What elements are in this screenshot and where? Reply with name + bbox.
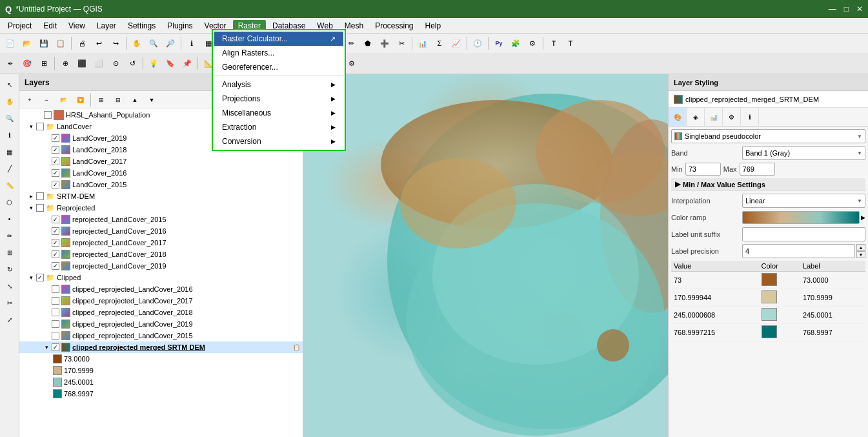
maximize-button[interactable]: □ [844,5,849,14]
precision-up-button[interactable]: ▲ [856,244,865,251]
min-input[interactable] [685,163,721,176]
layer-checkbox[interactable] [52,239,59,247]
color-swatch-icon[interactable] [762,308,777,321]
zoom-tool[interactable]: 🔍 [2,110,17,126]
new-project-button[interactable]: 📄 [3,36,18,51]
minmax-settings-header[interactable]: ▶ Min / Max Value Settings [671,178,865,191]
color-swatch-icon[interactable] [762,325,777,338]
menu-item-analysis[interactable]: Analysis ▶ [214,77,343,92]
layer-checkbox[interactable] [52,285,59,293]
list-item[interactable]: reprojected_LandCover_2017 [19,237,303,249]
color-cell[interactable] [759,289,800,307]
map-tips-button[interactable]: 💡 [146,56,161,71]
field-calc-button[interactable]: Σ [432,36,447,51]
move-up-button[interactable]: ▲ [127,92,143,108]
polygon-tool[interactable]: ⬡ [2,194,17,210]
layer-checkbox[interactable] [52,250,59,258]
styling-tab-rendering[interactable]: ⚙ [723,108,741,126]
layer-checkbox[interactable] [52,146,59,154]
zoom-out-button[interactable]: 🔎 [163,36,178,51]
minimize-button[interactable]: — [829,5,836,14]
menu-view[interactable]: View [63,20,90,32]
processing-btn2[interactable]: ⚙ [344,56,359,71]
point-tool[interactable]: • [2,211,17,227]
precision-down-button[interactable]: ▼ [856,251,865,258]
menu-layer[interactable]: Layer [92,20,121,32]
identify-tool[interactable]: ℹ [2,127,17,143]
renderer-selector[interactable]: Singleband pseudocolor ▼ [671,129,865,143]
attribute-table-button[interactable]: 📊 [415,36,430,51]
zoom-full-button[interactable]: ⊕ [57,56,73,71]
menu-settings[interactable]: Settings [123,20,161,32]
print-button[interactable]: 🖨 [74,36,90,51]
list-item[interactable]: LandCover_2017 [19,156,303,167]
list-item[interactable]: ▾ 📁 Reprojected [19,202,303,214]
table-row[interactable]: 73 73.0000 [671,272,865,289]
menu-item-align-rasters[interactable]: Align Rasters... [214,46,343,60]
layer-checkbox[interactable] [52,181,59,188]
diagrams-button[interactable]: T [563,36,578,51]
list-item[interactable]: LandCover_2015 [19,179,303,190]
filter-layer-button[interactable]: 🔽 [72,92,88,108]
list-item[interactable]: ▾ 📁 Clipped [19,272,303,283]
add-feature-button[interactable]: ➕ [377,36,392,51]
temporal-button[interactable]: 🕐 [470,36,485,51]
color-swatch-icon[interactable] [762,273,777,286]
node-tool2[interactable]: ⊞ [2,245,17,260]
color-ramp-preview[interactable] [742,211,860,224]
layer-checkbox[interactable] [52,332,59,340]
layer-checkbox[interactable] [36,274,44,281]
cut-tool[interactable]: ✂ [2,295,17,310]
open-layer-button[interactable]: 📂 [56,92,71,108]
styling-tab-transparency[interactable]: ◈ [687,108,705,126]
select-tool[interactable]: ▦ [2,144,17,159]
menu-project[interactable]: Project [3,20,37,32]
topology-button[interactable]: ⊞ [36,56,52,71]
layer-checkbox[interactable] [36,204,44,212]
processing-toolbox-button[interactable]: ⚙ [525,36,540,51]
menu-edit[interactable]: Edit [38,20,62,32]
layer-options-icon[interactable]: 📋 [293,344,300,351]
styling-tab-symbology[interactable]: 🎨 [669,108,687,126]
scale-tool[interactable]: ⤡ [2,278,17,294]
list-item[interactable]: clipped_reprojected_LandCover_2019 [19,318,303,330]
layer-checkbox[interactable] [36,192,44,200]
label-button[interactable]: T [546,36,561,51]
layer-checkbox[interactable] [44,111,52,119]
table-row[interactable]: 170.999944 170.9999 [671,289,865,307]
pan-button[interactable]: ✋ [129,36,145,51]
expand-all-button[interactable]: ⊞ [94,92,109,108]
pan-layer-button[interactable]: ⊙ [108,56,123,71]
open-project-button[interactable]: 📂 [19,36,35,51]
rotate-tool[interactable]: ↻ [2,261,17,277]
menu-item-projections[interactable]: Projections ▶ [214,92,343,106]
styling-tab-metadata[interactable]: ℹ [741,108,759,126]
zoom-selection-button[interactable]: ⬛ [74,56,90,71]
menu-item-georeferencer[interactable]: Georeferencer... [214,60,343,74]
layer-checkbox[interactable] [52,320,59,328]
plugin-manager-button[interactable]: 🧩 [508,36,523,51]
list-item[interactable]: reprojected_LandCover_2016 [19,225,303,237]
layer-checkbox[interactable] [52,262,59,270]
interpolation-selector[interactable]: Linear ▼ [742,194,865,208]
table-row[interactable]: 768.9997215 768.9997 [671,324,865,341]
show-tips-button[interactable]: 📌 [179,56,195,71]
list-item[interactable]: clipped_reprojected_LandCover_2016 [19,283,303,295]
band-selector[interactable]: Band 1 (Gray) ▼ [742,146,865,160]
menu-plugins[interactable]: Plugins [162,20,197,32]
identify-button[interactable]: ℹ [184,36,199,51]
redo-button[interactable]: ↪ [108,36,123,51]
layer-checkbox[interactable] [52,158,59,165]
menu-item-conversion[interactable]: Conversion ▶ [214,134,343,148]
delete-feature-button[interactable]: ✂ [394,36,409,51]
bookmarks-button[interactable]: 🔖 [163,56,178,71]
layer-checkbox[interactable] [52,227,59,235]
refresh-map-button[interactable]: ↺ [125,56,140,71]
layer-checkbox[interactable] [52,343,59,351]
list-item[interactable]: ▾ clipped reprojected merged SRTM DEM 📋 [19,341,303,353]
zoom-layer-button[interactable]: ⬜ [91,56,106,71]
menu-processing[interactable]: Processing [370,20,418,32]
menu-item-miscellaneous[interactable]: Miscellaneous ▶ [214,106,343,120]
layer-checkbox[interactable] [52,169,59,177]
list-item[interactable]: reprojected_LandCover_2015 [19,214,303,225]
